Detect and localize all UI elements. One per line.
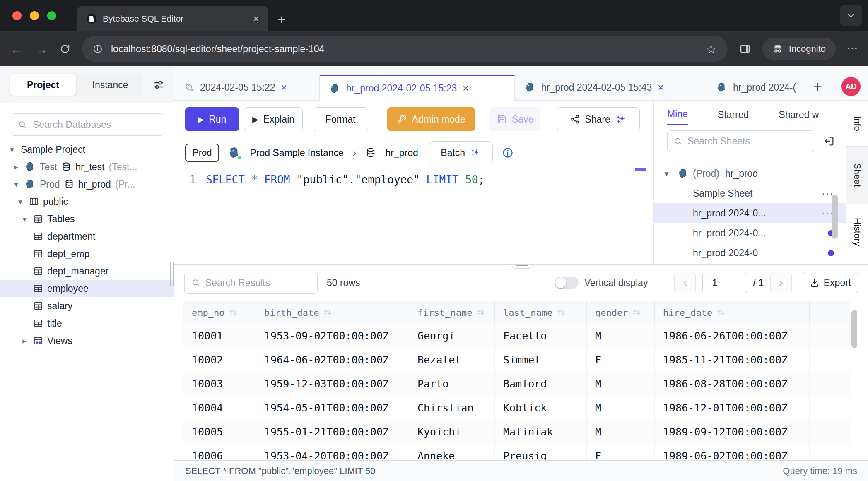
tree-item-hr-test[interactable]: ▸ Test hr_test (Test... bbox=[0, 158, 174, 176]
column-header[interactable]: last_name bbox=[495, 301, 587, 324]
browser-tab-close-icon[interactable]: × bbox=[253, 12, 259, 25]
page-input[interactable] bbox=[702, 272, 747, 293]
cell[interactable]: Maliniak bbox=[495, 420, 587, 444]
tab-search-button[interactable] bbox=[840, 5, 862, 26]
close-icon[interactable]: × bbox=[658, 82, 664, 94]
admin-mode-button[interactable]: Admin mode bbox=[387, 107, 475, 131]
search-databases[interactable] bbox=[11, 113, 164, 136]
cell[interactable]: 1953-09-02T00:00:00Z bbox=[256, 324, 409, 348]
site-info-icon[interactable] bbox=[93, 44, 103, 54]
results-resize-handle[interactable] bbox=[511, 264, 533, 269]
tree-item-dept-emp[interactable]: dept_emp bbox=[0, 245, 174, 262]
tab-sheet[interactable]: Sheet bbox=[846, 146, 868, 204]
cell[interactable]: 10002 bbox=[183, 348, 256, 372]
table-row[interactable]: 10001 1953-09-02T00:00:00Z Georgi Facell… bbox=[183, 324, 850, 348]
save-button[interactable]: Save bbox=[490, 107, 540, 131]
browser-tab[interactable]: Bytebase SQL Editor × bbox=[77, 6, 268, 31]
back-button[interactable]: ← bbox=[10, 42, 23, 55]
sort-icon[interactable] bbox=[632, 308, 641, 317]
prev-page-button[interactable]: ‹ bbox=[674, 272, 696, 293]
table-row[interactable]: 10003 1959-12-03T00:00:00Z Parto Bamford… bbox=[183, 372, 850, 396]
sort-icon[interactable] bbox=[229, 308, 238, 317]
cell[interactable]: 1964-06-02T00:00:00Z bbox=[256, 348, 409, 372]
cell[interactable]: 1986-12-01T00:00:00Z bbox=[655, 396, 810, 420]
window-minimize-button[interactable] bbox=[30, 11, 39, 20]
tree-item-hr-prod[interactable]: ▾ Prod hr_prod (Pr... bbox=[0, 176, 174, 193]
column-header[interactable]: gender bbox=[587, 301, 655, 324]
search-results-input[interactable] bbox=[205, 277, 311, 289]
tree-item-department[interactable]: department bbox=[0, 228, 174, 245]
url-bar[interactable]: localhost:8080/sql-editor/sheet/project-… bbox=[82, 36, 728, 62]
cell[interactable]: Kyoichi bbox=[409, 420, 495, 444]
cell[interactable]: Georgi bbox=[409, 324, 495, 348]
forward-button[interactable]: → bbox=[35, 42, 48, 55]
column-header[interactable]: first_name bbox=[409, 301, 495, 324]
sheet-item-3[interactable]: hr_prod 2024-0... bbox=[654, 223, 846, 243]
search-results[interactable] bbox=[184, 272, 318, 294]
sparkle-icon[interactable] bbox=[615, 113, 627, 125]
cell[interactable]: M bbox=[587, 324, 655, 348]
search-sheets[interactable] bbox=[667, 130, 814, 152]
cell[interactable]: 1989-06-02T00:00:00Z bbox=[655, 444, 810, 460]
search-sheets-input[interactable] bbox=[687, 136, 808, 147]
sort-icon[interactable] bbox=[716, 308, 726, 317]
tab-mine[interactable]: Mine bbox=[667, 103, 688, 125]
database-name[interactable]: hr_prod bbox=[385, 147, 418, 159]
reload-button[interactable] bbox=[60, 43, 70, 54]
cell[interactable]: 1986-08-28T00:00:00Z bbox=[655, 372, 810, 396]
cell[interactable]: 10006 bbox=[183, 444, 256, 460]
cell[interactable]: 1954-05-01T00:00:00Z bbox=[256, 396, 409, 420]
tree-item-public-schema[interactable]: ▾ public bbox=[0, 193, 174, 210]
table-row[interactable]: 10005 1955-01-21T00:00:00Z Kyoichi Malin… bbox=[183, 420, 850, 444]
filter-settings-icon[interactable] bbox=[152, 79, 165, 91]
cell[interactable]: Koblick bbox=[495, 396, 587, 420]
cell[interactable]: M bbox=[587, 420, 655, 444]
close-icon[interactable]: × bbox=[463, 82, 469, 94]
sheet-tab-3[interactable]: hr_prod 2024-02-05 15:43 × bbox=[515, 75, 706, 100]
cell[interactable]: 1955-01-21T00:00:00Z bbox=[256, 420, 409, 444]
bookmark-star-icon[interactable]: ☆ bbox=[706, 42, 717, 56]
caret-down-icon[interactable]: ▾ bbox=[7, 145, 17, 154]
caret-down-icon[interactable]: ▾ bbox=[20, 214, 29, 224]
caret-down-icon[interactable]: ▾ bbox=[12, 180, 21, 189]
cell[interactable]: 1953-04-20T00:00:00Z bbox=[256, 444, 409, 460]
tree-item-sample-project[interactable]: ▾ Sample Project bbox=[0, 141, 174, 158]
cell[interactable]: F bbox=[587, 348, 655, 372]
cell[interactable]: M bbox=[587, 396, 655, 420]
tree-item-salary[interactable]: salary bbox=[0, 297, 174, 315]
tree-item-title[interactable]: title bbox=[0, 315, 174, 332]
caret-right-icon[interactable]: ▸ bbox=[12, 162, 21, 172]
sheet-tab-1[interactable]: 2024-02-05 15:22 × bbox=[174, 75, 320, 100]
run-button[interactable]: ▶ Run bbox=[185, 107, 239, 131]
tab-info[interactable]: Info bbox=[846, 101, 868, 146]
cell[interactable]: 10004 bbox=[183, 396, 256, 420]
column-header[interactable]: hire_date bbox=[655, 301, 810, 324]
caret-right-icon[interactable]: ▸ bbox=[20, 336, 29, 346]
cell[interactable]: 10001 bbox=[183, 324, 256, 348]
tab-project[interactable]: Project bbox=[10, 74, 76, 96]
cell[interactable]: Simmel bbox=[495, 348, 587, 372]
close-icon[interactable]: × bbox=[281, 82, 287, 94]
tab-instance[interactable]: Instance bbox=[77, 74, 143, 96]
sheet-item-sample[interactable]: Sample Sheet ··· bbox=[654, 183, 846, 203]
format-button[interactable]: Format bbox=[313, 107, 368, 131]
sort-icon[interactable] bbox=[476, 308, 485, 317]
sheet-tab-4[interactable]: hr_prod 2024-( bbox=[706, 75, 806, 100]
sheet-tab-2-active[interactable]: hr_prod 2024-02-05 15:23 × bbox=[320, 75, 515, 101]
cell[interactable]: Parto bbox=[409, 372, 495, 396]
explain-button[interactable]: ▶ Explain bbox=[244, 107, 303, 131]
share-button[interactable]: Share bbox=[557, 107, 640, 131]
cell[interactable]: Bezalel bbox=[409, 348, 495, 372]
side-panel-icon[interactable] bbox=[739, 43, 751, 55]
search-databases-input[interactable] bbox=[33, 119, 157, 130]
new-sheet-button[interactable]: + bbox=[813, 79, 822, 94]
code-area[interactable]: 1 SELECT * FROM "public"."employee" LIMI… bbox=[174, 168, 653, 264]
instance-name[interactable]: Prod Sample Instance bbox=[250, 147, 343, 159]
window-zoom-button[interactable] bbox=[47, 11, 56, 20]
tab-history[interactable]: History bbox=[846, 204, 868, 260]
column-header[interactable]: emp_no bbox=[183, 301, 256, 324]
cell[interactable]: 1959-12-03T00:00:00Z bbox=[256, 372, 409, 396]
table-row[interactable]: 10006 1953-04-20T00:00:00Z Anneke Preusi… bbox=[183, 444, 850, 460]
column-header[interactable]: birth_date bbox=[256, 301, 409, 324]
window-close-button[interactable] bbox=[12, 11, 22, 20]
